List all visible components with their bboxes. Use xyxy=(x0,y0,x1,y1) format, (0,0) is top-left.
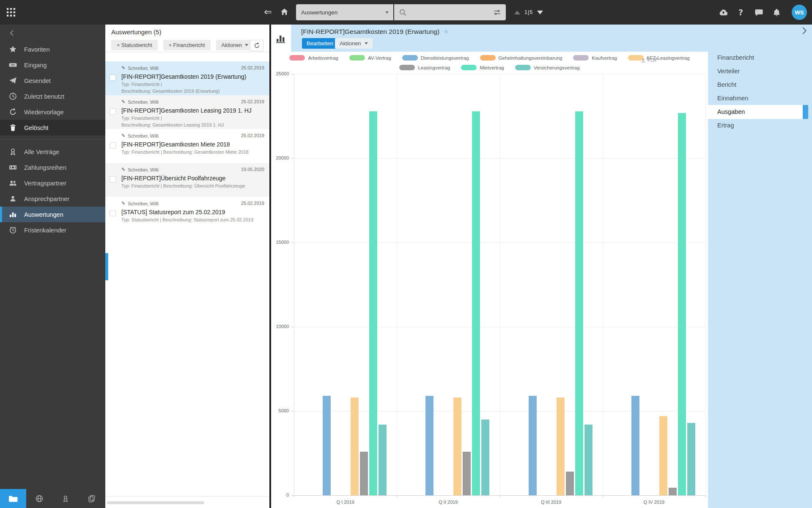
list-item[interactable]: ✎Schreiber, Willi 25.02.2019 [FIN-REPORT… xyxy=(105,129,269,163)
sidebar-item-zahlungsreihen[interactable]: Zahlungsreihen xyxy=(0,160,105,175)
item-author: Schreiber, Willi xyxy=(128,167,159,172)
cloud-upload-icon[interactable] xyxy=(718,0,729,25)
app-grid-icon[interactable] xyxy=(7,8,15,17)
sidebar-item-alle-vertraege[interactable]: Alle Verträge xyxy=(0,144,105,160)
bar-Versicherungsvertrag xyxy=(481,420,489,495)
report-actions-button[interactable]: Aktionen xyxy=(335,38,373,49)
item-date: 19.05.2020 xyxy=(241,167,264,172)
v-gridline xyxy=(294,74,294,495)
item-date: 25.02.2019 xyxy=(241,201,264,206)
item-author: Schreiber, Willi xyxy=(128,133,159,138)
edit-button[interactable]: Bearbeiten xyxy=(302,38,338,49)
sidebar-item-eingang[interactable]: Eingang xyxy=(0,57,105,73)
bar-Versicherungsvertrag xyxy=(584,425,593,495)
panel-item-ausgaben[interactable]: Ausgaben xyxy=(717,105,798,119)
new-finanzbericht-button[interactable]: + Finanzbericht xyxy=(163,40,211,50)
item-checkbox[interactable] xyxy=(110,75,116,81)
footer-folder-button[interactable] xyxy=(0,489,26,508)
list-item[interactable]: ✎Schreiber, Willi 25.02.2019 [STATUS] St… xyxy=(105,197,269,231)
v-gridline xyxy=(500,74,500,495)
help-icon[interactable]: ? xyxy=(738,0,743,25)
sidebar-item-fristenkalender[interactable]: Fristenkalender xyxy=(0,222,105,238)
item-checkbox[interactable] xyxy=(110,176,116,182)
list-item[interactable]: ✎Schreiber, Willi 25.02.2019 [FIN-REPORT… xyxy=(105,95,269,129)
footer-globe-button[interactable] xyxy=(26,489,52,508)
search-input[interactable] xyxy=(394,4,506,20)
chart-card: ArbeitsvertragAV-VertragDienstleistungsv… xyxy=(271,52,708,508)
home-icon[interactable] xyxy=(280,8,289,16)
sidebar-item-ansprechpartner[interactable]: Ansprechpartner xyxy=(0,191,105,207)
footer-contacts-button[interactable] xyxy=(52,489,79,508)
sidebar-item-zuletzt-benutzt[interactable]: Zuletzt benutzt xyxy=(0,88,105,104)
star-icon xyxy=(9,45,17,53)
avatar[interactable]: WS xyxy=(792,5,807,20)
scrollbar-thumb[interactable] xyxy=(107,501,204,504)
button-label: + Statusbericht xyxy=(117,42,152,48)
pencil-icon: ✎ xyxy=(121,99,125,105)
x-axis-label: Q III 2019 xyxy=(500,500,603,505)
report-list: ✎Schreiber, Willi 25.02.2019 [FIN-REPORT… xyxy=(105,61,269,231)
bar-KFZ-Leasingvertrag xyxy=(557,398,565,495)
panel-item-einnahmen[interactable]: Einnahmen xyxy=(717,91,798,105)
sidebar: Favoriten Eingang Gesendet Zuletzt benut… xyxy=(0,25,105,508)
list-horizontal-scrollbar[interactable] xyxy=(105,496,269,508)
item-meta: Typ: Finanzbericht | xyxy=(121,116,264,121)
sidebar-item-label: Wiedervorlage xyxy=(24,109,64,116)
panel-item-ertrag[interactable]: Ertrag xyxy=(717,119,798,132)
sidebar-item-favoriten[interactable]: Favoriten xyxy=(0,41,105,57)
item-meta: Typ: Finanzbericht | Beschreibung: Übers… xyxy=(121,183,264,188)
module-dropdown[interactable]: Auswertungen xyxy=(296,4,393,20)
pager-up-icon[interactable] xyxy=(514,11,520,14)
list-item[interactable]: ✎Schreiber, Willi 19.05.2020 [FIN-REPORT… xyxy=(105,163,269,197)
v-gridline xyxy=(705,74,706,495)
x-tick xyxy=(397,495,397,498)
chevron-right-icon xyxy=(802,27,807,35)
sidebar-item-wiedervorlage[interactable]: Wiedervorlage xyxy=(0,104,105,120)
page-title: [FIN-REPORT]Gesamtkosten 2019 (Erwartung… xyxy=(301,28,439,36)
panel-item-bericht[interactable]: Bericht xyxy=(717,78,798,91)
item-checkbox[interactable] xyxy=(110,108,116,115)
favorite-star-icon[interactable]: ★ xyxy=(443,28,449,36)
sidebar-item-label: Gelöscht xyxy=(24,124,48,131)
new-statusbericht-button[interactable]: + Statusbericht xyxy=(111,40,158,50)
report-chart-icon xyxy=(276,33,287,44)
item-checkbox[interactable] xyxy=(110,142,116,149)
refresh-button[interactable] xyxy=(250,40,263,51)
item-title: [FIN-REPORT]Gesamtkosten 2019 (Erwartung… xyxy=(121,73,264,80)
filter-sliders-icon[interactable] xyxy=(493,8,501,17)
sidebar-item-label: Gesendet xyxy=(24,77,51,84)
chat-icon[interactable] xyxy=(754,0,763,25)
list-scrollbar-thumb[interactable] xyxy=(105,253,108,280)
back-arrow-icon[interactable]: ⇐ xyxy=(264,6,272,18)
footer-documents-button[interactable] xyxy=(79,489,105,508)
panel-item-verteiler[interactable]: Verteiler xyxy=(717,64,798,78)
sidebar-item-gesendet[interactable]: Gesendet xyxy=(0,73,105,88)
report-header: [FIN-REPORT]Gesamtkosten 2019 (Erwartung… xyxy=(301,28,449,36)
contracts-icon xyxy=(9,148,17,156)
item-title: [FIN-REPORT]Gesamtkosten Miete 2018 xyxy=(121,141,264,148)
pager-down-icon[interactable] xyxy=(537,11,543,14)
panel-item-finanzbericht[interactable]: Finanzbericht xyxy=(717,51,798,64)
item-date: 25.02.2019 xyxy=(241,133,264,138)
panel-scrollbar-thumb[interactable] xyxy=(803,105,808,119)
sidebar-collapse-button[interactable] xyxy=(0,25,105,41)
bar-Dienstleistungsvertrag xyxy=(631,396,639,495)
item-author: Schreiber, Willi xyxy=(128,99,159,105)
sidebar-item-auswertungen[interactable]: Auswertungen xyxy=(0,207,105,222)
bar-Versicherungsvertrag xyxy=(687,423,695,495)
sidebar-item-geloescht[interactable]: Gelöscht xyxy=(0,120,105,135)
x-tick xyxy=(705,495,706,498)
app-window: ⇐ Auswertungen 1|5 xyxy=(0,0,812,508)
list-item[interactable]: ✎Schreiber, Willi 25.02.2019 [FIN-REPORT… xyxy=(105,61,269,95)
button-label: Aktionen xyxy=(340,40,361,47)
item-checkbox[interactable] xyxy=(110,210,116,216)
item-title: [FIN-REPORT]Übersicht Poolfahrzeuge xyxy=(121,175,264,182)
topbar: ⇐ Auswertungen 1|5 xyxy=(0,0,812,25)
sidebar-item-label: Fristenkalender xyxy=(24,227,66,234)
report-type-strip xyxy=(271,25,291,52)
x-axis-label: Q IV 2019 xyxy=(603,500,705,505)
sidebar-item-vertragspartner[interactable]: Vertragspartner xyxy=(0,175,105,191)
list-actions-button[interactable]: Aktionen xyxy=(216,40,254,50)
panel-expand-button[interactable] xyxy=(802,27,807,35)
bar-Dienstleistungsvertrag xyxy=(529,396,537,495)
